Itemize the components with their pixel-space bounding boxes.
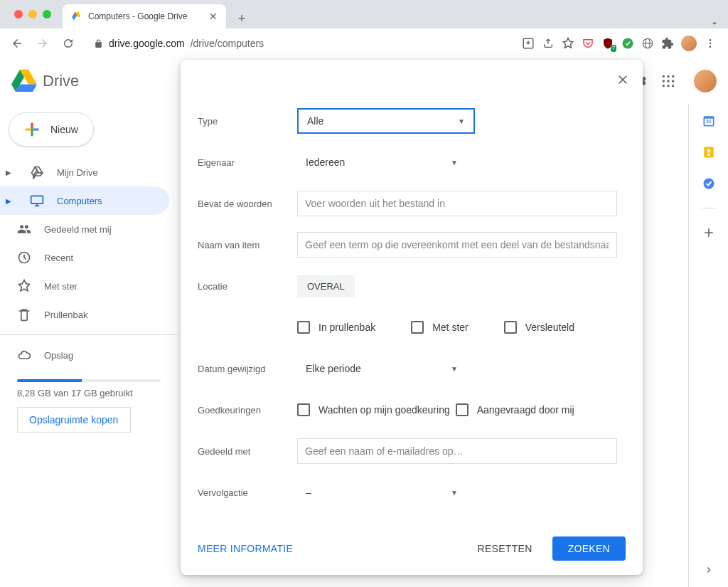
svg-point-14 [667, 80, 669, 82]
date-modified-dropdown[interactable]: Elke periode ▼ [297, 356, 466, 381]
sidebar-item-starred[interactable]: Met ster [0, 272, 169, 300]
globe-extension-icon[interactable] [641, 37, 654, 50]
drive-logo-icon [11, 68, 37, 94]
account-avatar[interactable] [694, 70, 717, 92]
extensions-icon[interactable] [661, 37, 674, 50]
buy-storage-button[interactable]: Opslagruimte kopen [17, 407, 131, 433]
tab-title: Computers - Google Drive [88, 11, 187, 21]
svg-point-26 [707, 149, 710, 153]
has-words-input[interactable] [297, 191, 617, 216]
type-dropdown[interactable]: Alle ▼ [297, 108, 475, 134]
owner-dropdown[interactable]: Iedereen ▼ [297, 149, 466, 175]
my-drive-icon [30, 165, 44, 179]
keep-app-icon[interactable] [702, 145, 716, 159]
new-button-label: Nieuw [50, 124, 78, 135]
sidebar-item-label: Mijn Drive [57, 167, 98, 178]
svg-point-1 [623, 38, 633, 49]
svg-point-15 [672, 80, 674, 82]
lock-icon [94, 39, 103, 48]
cloud-icon [17, 348, 31, 362]
shared-icon [17, 222, 31, 236]
shared-with-label: Gedeeld met [198, 446, 297, 457]
checkmark-extension-icon[interactable] [621, 37, 634, 50]
reset-button[interactable]: RESETTEN [469, 537, 541, 560]
chevron-down-icon: ▼ [458, 117, 465, 125]
tab-overflow-icon[interactable] [710, 18, 719, 28]
type-label: Type [198, 116, 297, 127]
share-icon[interactable] [542, 37, 555, 50]
tasks-app-icon[interactable] [702, 176, 716, 191]
drive-logo[interactable]: Drive [11, 68, 175, 94]
followup-label: Vervolgactie [198, 487, 297, 498]
sidebar-item-my-drive[interactable]: ▶ Mijn Drive [0, 158, 169, 186]
plus-icon [22, 120, 42, 139]
ublock-extension-icon[interactable]: 7 [601, 37, 614, 50]
add-addon-icon[interactable] [702, 226, 716, 240]
address-bar[interactable]: drive.google.com/drive/computers [85, 33, 516, 54]
sidebar-item-label: Opslag [44, 350, 73, 361]
close-panel-icon[interactable] [616, 73, 630, 87]
advanced-search-panel: Type Alle ▼ Eigenaar Iedereen ▼ Be [181, 60, 643, 575]
expand-icon[interactable]: ▶ [6, 169, 17, 176]
awaiting-approval-checkbox[interactable]: Wachten op mijn goedkeuring [297, 403, 450, 416]
sidebar-item-storage[interactable]: Opslag [0, 341, 169, 369]
svg-point-13 [663, 80, 665, 82]
svg-point-12 [672, 75, 674, 78]
svg-point-6 [710, 46, 712, 48]
pocket-extension-icon[interactable] [582, 37, 594, 50]
encrypted-checkbox[interactable]: Versleuteld [504, 321, 574, 334]
chevron-down-icon: ▼ [451, 159, 458, 166]
starred-checkbox[interactable]: Met ster [411, 321, 469, 334]
forward-button[interactable] [31, 32, 54, 55]
recent-icon [17, 250, 31, 265]
sidebar-item-recent[interactable]: Recent [0, 243, 169, 272]
sidebar-item-label: Met ster [44, 281, 77, 292]
chevron-down-icon: ▼ [451, 365, 458, 373]
learn-more-link[interactable]: MEER INFORMATIE [198, 543, 293, 554]
sidebar-item-trash[interactable]: Prullenbak [0, 300, 169, 329]
owner-label: Eigenaar [198, 157, 297, 168]
sidebar-item-label: Gedeeld met mij [44, 224, 112, 235]
calendar-app-icon[interactable]: 31 [702, 114, 716, 128]
followup-dropdown[interactable]: – ▼ [297, 480, 466, 505]
new-tab-button[interactable]: + [232, 9, 252, 28]
search-button[interactable]: ZOEKEN [552, 536, 626, 561]
svg-point-10 [663, 75, 665, 78]
profile-avatar[interactable] [681, 36, 697, 51]
install-icon[interactable] [522, 37, 535, 50]
chevron-down-icon: ▼ [451, 489, 458, 497]
svg-text:31: 31 [706, 119, 712, 124]
svg-point-16 [663, 85, 665, 87]
collapse-rail-icon[interactable] [703, 564, 714, 576]
svg-point-5 [710, 43, 712, 45]
window-maximize[interactable] [43, 10, 51, 18]
browser-menu-icon[interactable] [704, 37, 717, 50]
sidebar-item-computers[interactable]: ▶ Computers [0, 186, 169, 215]
date-modified-label: Datum gewijzigd [198, 364, 297, 374]
in-trash-checkbox[interactable]: In prullenbak [297, 321, 375, 334]
close-tab-icon[interactable]: ✕ [209, 11, 218, 22]
reload-button[interactable] [57, 32, 80, 55]
location-chip[interactable]: OVERAL [297, 275, 355, 297]
apps-icon[interactable] [660, 73, 677, 90]
svg-rect-19 [31, 196, 43, 203]
new-button[interactable]: Nieuw [9, 112, 94, 147]
back-button[interactable] [6, 32, 28, 55]
svg-point-17 [667, 85, 669, 87]
drive-logo-text: Drive [43, 72, 79, 90]
browser-tab[interactable]: Computers - Google Drive ✕ [63, 4, 226, 28]
shared-with-input[interactable] [297, 438, 617, 464]
trash-icon [17, 307, 31, 322]
item-name-input[interactable] [297, 232, 617, 258]
expand-icon[interactable]: ▶ [6, 197, 17, 205]
bookmark-icon[interactable] [562, 37, 574, 50]
sidebar-item-shared[interactable]: Gedeeld met mij [0, 215, 169, 243]
window-close[interactable] [14, 10, 23, 18]
svg-point-11 [667, 75, 669, 78]
svg-point-18 [672, 85, 674, 87]
window-minimize[interactable] [28, 10, 37, 18]
drive-favicon [71, 11, 82, 22]
requested-by-me-checkbox[interactable]: Aangevraagd door mij [456, 403, 574, 416]
sidebar-item-label: Recent [44, 253, 73, 263]
approvals-label: Goedkeuringen [198, 405, 297, 416]
